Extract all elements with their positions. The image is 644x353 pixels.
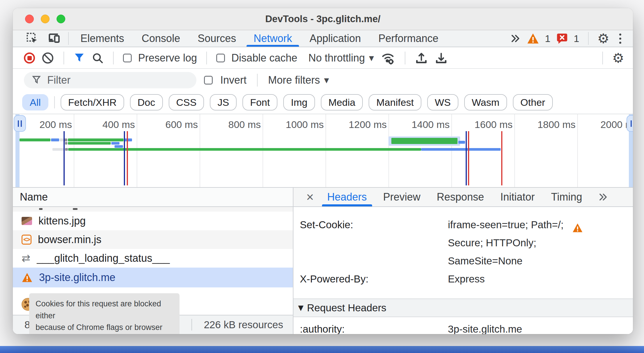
network-overview[interactable]: 200 ms400 ms600 ms800 ms1000 ms1200 ms14…	[13, 114, 633, 188]
request-row-glitch-loading-status[interactable]: ⇄___glitch_loading_status___	[13, 249, 293, 268]
header-entry-set-cookie: Set-Cookie:iframe-seen=true; Path=/;Secu…	[293, 216, 633, 270]
more-detail-tabs-icon[interactable]	[597, 192, 608, 202]
request-row-kittens-jpg[interactable]: kittens.jpg	[13, 212, 293, 230]
header-entry-authority: :authority:3p-site.glitch.me	[293, 320, 633, 334]
inspect-element-icon[interactable]	[22, 30, 43, 47]
invert-checkbox[interactable]	[204, 76, 213, 85]
tab-console[interactable]: Console	[133, 30, 189, 47]
network-settings-gear-icon[interactable]: ⚙	[612, 51, 624, 65]
traffic-lights	[25, 8, 65, 30]
waterfall-bar[interactable]	[421, 148, 501, 151]
filter-input[interactable]: Filter	[24, 72, 196, 88]
request-name: 3p-site.glitch.me	[39, 271, 115, 284]
preserve-log-label[interactable]: Preserve log	[138, 52, 197, 64]
filter-chip-ws[interactable]: WS	[427, 94, 458, 110]
request-headers-section[interactable]: ▼ Request Headers	[293, 298, 633, 317]
tooltip-line: Cookies for this request are blocked eit…	[36, 298, 173, 322]
waterfall-bar[interactable]	[20, 138, 50, 141]
toggle-device-toolbar-icon[interactable]	[43, 30, 65, 47]
settings-gear-icon[interactable]: ⚙	[597, 32, 609, 45]
overview-left-handle[interactable]	[14, 115, 26, 132]
warning-icon	[22, 273, 33, 282]
timeline-tick-label: 800 ms	[197, 119, 261, 130]
devtools-window: DevTools - 3pc.glitch.me/ ElementsConsol…	[13, 8, 633, 334]
request-row-3p-site-glitch-me[interactable]: 3p-site.glitch.me	[13, 268, 293, 287]
request-rows: kittens.jpg<>bowser.min.js⇄___glitch_loa…	[13, 212, 293, 287]
filter-chip-img[interactable]: Img	[283, 94, 315, 110]
clear-network-log-icon[interactable]	[41, 52, 54, 64]
selected-request-bar[interactable]	[391, 138, 458, 144]
tab-application[interactable]: Application	[301, 30, 369, 47]
tab-network[interactable]: Network	[245, 30, 301, 47]
network-filter-row: Filter Invert More filters ▼	[13, 69, 633, 91]
waterfall-bar[interactable]	[124, 138, 132, 141]
overview-right-handle[interactable]	[627, 115, 633, 132]
close-details-icon[interactable]: ×	[301, 188, 319, 206]
search-icon[interactable]	[92, 52, 104, 64]
customize-menu-icon[interactable]	[619, 38, 621, 40]
filter-chip-media[interactable]: Media	[321, 94, 363, 110]
record-network-log-icon[interactable]	[24, 52, 35, 64]
main-tabs: ElementsConsoleSourcesNetworkApplication…	[72, 30, 447, 47]
disable-cache-label[interactable]: Disable cache	[231, 52, 297, 64]
disable-cache-checkbox[interactable]	[216, 54, 225, 62]
detail-tab-response[interactable]: Response	[429, 188, 492, 206]
name-header-label: Name	[20, 191, 48, 203]
filter-chip-fetch-xhr[interactable]: Fetch/XHR	[61, 94, 124, 110]
devtools-tabbar: ElementsConsoleSourcesNetworkApplication…	[13, 30, 633, 47]
filter-chip-doc[interactable]: Doc	[130, 94, 163, 110]
request-name: bowser.min.js	[38, 233, 101, 246]
selected-request-bar[interactable]	[458, 141, 465, 144]
cookies-blocked-tooltip: Cookies for this request are blocked eit…	[29, 293, 180, 334]
filter-chip-wasm[interactable]: Wasm	[464, 94, 507, 110]
more-filters-dropdown[interactable]: More filters ▼	[268, 74, 329, 86]
filter-toggle-icon[interactable]	[73, 52, 85, 64]
filter-chip-js[interactable]: JS	[210, 94, 237, 110]
filter-chip-other[interactable]: Other	[513, 94, 553, 110]
detail-tab-headers[interactable]: Headers	[319, 188, 375, 206]
tab-performance[interactable]: Performance	[369, 30, 447, 47]
tabbar-right-group: 1 1 ⚙	[509, 30, 633, 47]
waterfall-bar[interactable]	[52, 148, 65, 151]
waterfall-bar[interactable]	[68, 148, 421, 151]
script-icon: <>	[22, 235, 31, 245]
import-har-icon[interactable]	[415, 51, 428, 65]
request-row-bowser-min-js[interactable]: <>bowser.min.js	[13, 230, 293, 249]
filter-chip-all[interactable]: All	[22, 94, 48, 110]
waterfall-bar[interactable]	[65, 148, 68, 151]
minimize-window-button[interactable]	[41, 15, 50, 23]
filter-chip-font[interactable]: Font	[242, 94, 277, 110]
zoom-window-button[interactable]	[57, 15, 65, 23]
toolbar-divider	[602, 52, 603, 64]
tab-sources[interactable]: Sources	[189, 30, 245, 47]
waterfall-bar[interactable]	[111, 142, 119, 145]
waterfall-bar[interactable]	[65, 142, 67, 145]
waterfall-bar[interactable]	[51, 138, 59, 141]
filter-placeholder: Filter	[47, 74, 71, 86]
preserve-log-checkbox[interactable]	[123, 54, 132, 62]
filter-chip-manifest[interactable]: Manifest	[369, 94, 421, 110]
invert-label[interactable]: Invert	[220, 74, 247, 86]
detail-tab-preview[interactable]: Preview	[375, 188, 429, 206]
filter-chip-css[interactable]: CSS	[169, 94, 204, 110]
blocked-cookie-warning-icon[interactable]	[572, 220, 583, 230]
detail-tab-timing[interactable]: Timing	[543, 188, 590, 206]
waterfall-bar[interactable]	[68, 142, 111, 145]
timeline-tick-label: 1800 ms	[511, 119, 576, 130]
tab-elements[interactable]: Elements	[72, 30, 133, 47]
name-column-header[interactable]: Name	[13, 188, 293, 207]
header-value-line: Express	[448, 270, 485, 288]
more-tabs-icon[interactable]	[509, 33, 521, 44]
toolbar-divider	[206, 52, 207, 64]
console-error-icon[interactable]	[556, 33, 568, 44]
issues-warning-icon[interactable]	[527, 33, 539, 44]
filter-funnel-icon	[31, 75, 41, 85]
waterfall-bar[interactable]	[68, 138, 124, 141]
close-window-button[interactable]	[25, 15, 34, 23]
waterfall-bar[interactable]	[115, 145, 123, 148]
throttling-select[interactable]: No throttling ▼	[308, 52, 374, 64]
network-conditions-icon[interactable]	[380, 51, 395, 65]
export-har-icon[interactable]	[434, 51, 448, 65]
header-name: Set-Cookie:	[300, 216, 448, 270]
detail-tab-initiator[interactable]: Initiator	[492, 188, 543, 206]
